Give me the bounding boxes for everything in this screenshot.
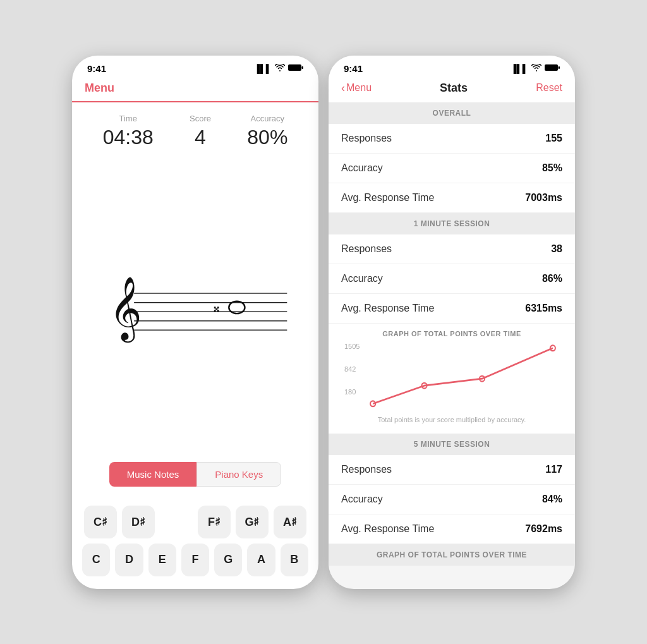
right-phone: 9:41 ▐▌▌ ‹ Menu St: [329, 56, 575, 589]
score-stat: Score 4: [190, 114, 211, 149]
five-minute-section-header: 5 MINUTE SESSION: [329, 434, 575, 455]
oneminute-accuracy-label: Accuracy: [341, 273, 383, 284]
key-c[interactable]: C: [82, 544, 110, 576]
oneminute-responses-row: Responses 38: [329, 234, 575, 264]
graph-1-note: Total points is your score multiplied by…: [341, 412, 562, 430]
svg-rect-0: [288, 64, 301, 71]
svg-rect-9: [545, 64, 558, 71]
graph-y-label-180: 180: [344, 388, 356, 396]
graph-y-label-842: 842: [344, 365, 356, 373]
treble-clef-symbol: 𝄞: [109, 277, 142, 343]
key-a[interactable]: A: [247, 544, 275, 576]
accuracy-label: Accuracy: [247, 114, 287, 123]
battery-icon-right: [545, 64, 560, 73]
status-icons-right: ▐▌▌: [511, 64, 560, 73]
oneminute-accuracy-value: 86%: [542, 273, 562, 284]
status-time-right: 9:41: [344, 63, 363, 74]
fiveminute-accuracy-value: 84%: [542, 494, 562, 505]
oneminute-response-time-value: 6315ms: [525, 303, 562, 314]
wifi-icon-right: [531, 64, 541, 73]
graph-2-section-header: GRAPH OF TOTAL POINTS OVER TIME: [329, 544, 575, 566]
one-minute-stats-table: Responses 38 Accuracy 86% Avg. Response …: [329, 234, 575, 324]
fiveminute-responses-value: 117: [545, 464, 562, 475]
accuracy-value: 80%: [247, 126, 287, 149]
svg-rect-10: [559, 66, 560, 69]
time-value: 04:38: [103, 126, 154, 149]
key-e[interactable]: E: [148, 544, 176, 576]
fiveminute-responses-row: Responses 117: [329, 455, 575, 485]
music-staff-svg: 𝄞 𝄪: [97, 257, 293, 355]
back-button[interactable]: ‹ Menu: [341, 82, 372, 95]
nav-bar-right: ‹ Menu Stats Reset: [329, 78, 575, 102]
signal-icon: ▐▌▌: [254, 64, 272, 73]
chevron-left-icon: ‹: [341, 82, 345, 95]
fiveminute-response-time-label: Avg. Response Time: [341, 523, 434, 535]
overall-response-time-value: 7003ms: [525, 192, 562, 204]
key-f-sharp[interactable]: F♯: [198, 506, 231, 538]
stats-row-left: Time 04:38 Score 4 Accuracy 80%: [72, 102, 318, 155]
oneminute-responses-value: 38: [551, 243, 562, 255]
menu-button-left[interactable]: Menu: [85, 82, 114, 95]
sharp-notes-row: C♯ D♯ F♯ G♯ A♯: [82, 506, 308, 538]
fiveminute-response-time-value: 7692ms: [525, 523, 562, 535]
status-icons-left: ▐▌▌: [254, 64, 303, 73]
svg-text:𝄪: 𝄪: [214, 300, 219, 315]
time-stat: Time 04:38: [103, 114, 154, 149]
overall-stats-table: Responses 155 Accuracy 85% Avg. Response…: [329, 124, 575, 213]
key-c-sharp[interactable]: C♯: [84, 506, 117, 538]
overall-section-header: OVERALL: [329, 102, 575, 124]
graph-section-1: GRAPH OF TOTAL POINTS OVER TIME 1505 842…: [329, 324, 575, 434]
fiveminute-accuracy-row: Accuracy 84%: [329, 485, 575, 514]
graph-y-label-1505: 1505: [344, 343, 360, 350]
left-phone: 9:41 ▐▌▌ Menu Time: [72, 56, 318, 589]
overall-accuracy-row: Accuracy 85%: [329, 154, 575, 183]
svg-rect-1: [302, 66, 304, 69]
signal-icon-right: ▐▌▌: [511, 64, 528, 73]
overall-accuracy-value: 85%: [542, 162, 562, 174]
key-g-sharp[interactable]: G♯: [236, 506, 269, 538]
fiveminute-accuracy-label: Accuracy: [341, 494, 383, 505]
key-b[interactable]: B: [281, 544, 308, 576]
music-staff-area: 𝄞 𝄪: [85, 162, 306, 449]
back-label[interactable]: Menu: [346, 82, 372, 94]
oneminute-response-time-label: Avg. Response Time: [341, 303, 434, 314]
fiveminute-responses-label: Responses: [341, 464, 392, 475]
graph-1-title: GRAPH OF TOTAL POINTS OVER TIME: [341, 330, 562, 337]
status-bar-right: 9:41 ▐▌▌: [329, 56, 575, 78]
fiveminute-response-time-row: Avg. Response Time 7692ms: [329, 514, 575, 544]
oneminute-responses-label: Responses: [341, 243, 392, 255]
piano-keys-button[interactable]: Piano Keys: [197, 462, 281, 487]
key-d-sharp[interactable]: D♯: [122, 506, 155, 538]
key-f[interactable]: F: [181, 544, 209, 576]
note-keys-container: C♯ D♯ F♯ G♯ A♯ C D E F G A B: [72, 499, 318, 589]
wifi-icon: [275, 64, 285, 73]
overall-response-time-row: Avg. Response Time 7003ms: [329, 183, 575, 213]
reset-button[interactable]: Reset: [536, 82, 562, 94]
one-minute-section-header: 1 MINUTE SESSION: [329, 213, 575, 234]
status-time-left: 9:41: [87, 63, 106, 74]
overall-responses-row: Responses 155: [329, 124, 575, 154]
key-g[interactable]: G: [214, 544, 242, 576]
overall-accuracy-label: Accuracy: [341, 162, 383, 174]
time-label: Time: [103, 114, 154, 123]
accuracy-stat: Accuracy 80%: [247, 114, 287, 149]
music-notes-button[interactable]: Music Notes: [109, 462, 197, 487]
overall-responses-label: Responses: [341, 133, 392, 144]
key-spacer-1: [160, 506, 193, 538]
page-title: Stats: [440, 82, 468, 95]
battery-icon: [288, 64, 303, 73]
nav-bar-left: Menu: [72, 78, 318, 102]
key-a-sharp[interactable]: A♯: [274, 506, 306, 538]
overall-response-time-label: Avg. Response Time: [341, 192, 434, 204]
natural-notes-row: C D E F G A B: [82, 544, 308, 576]
score-value: 4: [190, 126, 211, 149]
key-d[interactable]: D: [115, 544, 143, 576]
five-minute-stats-table: Responses 117 Accuracy 84% Avg. Response…: [329, 455, 575, 544]
mode-buttons: Music Notes Piano Keys: [72, 456, 318, 493]
score-label: Score: [190, 114, 211, 123]
overall-responses-value: 155: [545, 133, 562, 144]
graph-1-area: 1505 842 180: [344, 343, 559, 412]
oneminute-response-time-row: Avg. Response Time 6315ms: [329, 294, 575, 324]
oneminute-accuracy-row: Accuracy 86%: [329, 264, 575, 294]
status-bar-left: 9:41 ▐▌▌: [72, 56, 318, 78]
